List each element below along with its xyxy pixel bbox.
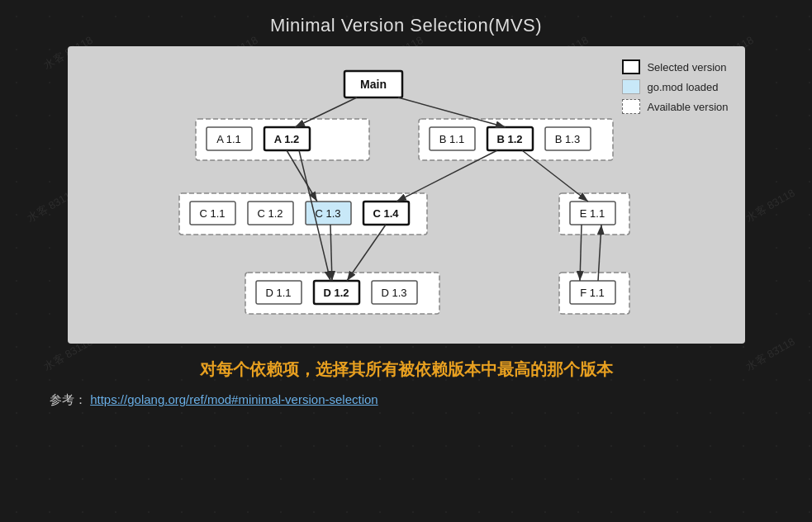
svg-text:C 1.4: C 1.4 [373,207,399,220]
diagram-container: Selected version go.mod loaded Available… [68,46,745,344]
svg-text:B 1.1: B 1.1 [439,133,463,145]
svg-text:B 1.3: B 1.3 [554,133,579,145]
legend-selected-label: Selected version [647,61,726,74]
reference-line: 参考： https://golang.org/ref/mod#minimal-v… [0,392,812,408]
bottom-text: 对每个依赖项，选择其所有被依赖版本中最高的那个版本 [0,358,812,381]
legend-box-available [622,99,640,114]
legend-selected: Selected version [622,59,728,74]
svg-text:B 1.2: B 1.2 [496,133,522,145]
svg-text:A 1.1: A 1.1 [216,133,241,145]
mvs-diagram: Main A 1.1 A 1.2 B 1.1 B 1.2 B 1.3 [101,63,712,327]
reference-label: 参考： [50,392,87,406]
page-title: Minimal Version Selection(MVS) [0,0,812,46]
svg-text:D 1.1: D 1.1 [265,287,291,299]
legend-box-selected [622,59,640,74]
legend-box-gomod [622,79,640,94]
legend-gomod-label: go.mod loaded [647,81,718,93]
svg-text:C 1.3: C 1.3 [315,207,340,220]
svg-text:D 1.2: D 1.2 [323,287,349,299]
svg-text:E 1.1: E 1.1 [579,207,604,220]
svg-text:F 1.1: F 1.1 [580,287,605,299]
legend-available-label: Available version [647,101,728,113]
svg-text:C 1.2: C 1.2 [257,207,283,220]
legend: Selected version go.mod loaded Available… [622,59,728,114]
svg-text:D 1.3: D 1.3 [381,287,406,299]
legend-available: Available version [622,99,728,114]
svg-text:C 1.1: C 1.1 [199,207,225,220]
legend-gomod: go.mod loaded [622,79,728,94]
svg-text:Main: Main [360,78,387,91]
svg-text:A 1.2: A 1.2 [273,133,299,145]
reference-link[interactable]: https://golang.org/ref/mod#minimal-versi… [90,392,378,406]
